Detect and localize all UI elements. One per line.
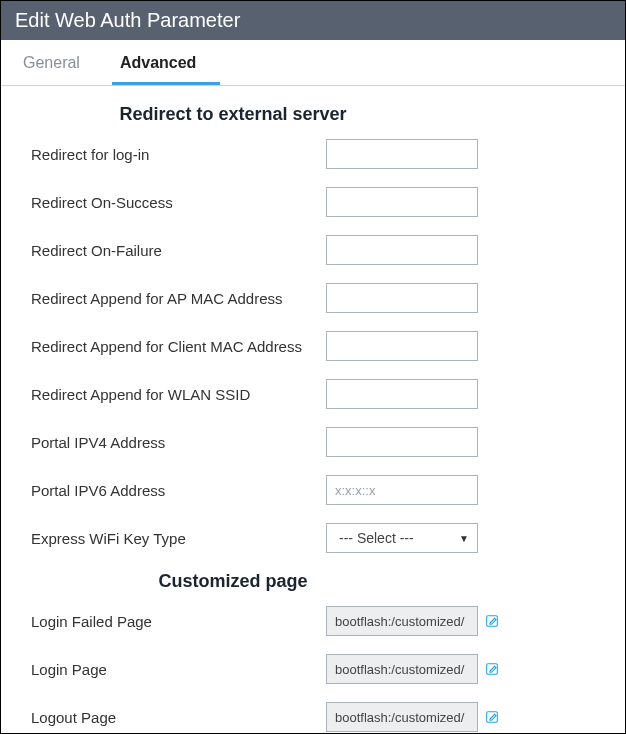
input-redirect-ap-mac[interactable] [326, 283, 478, 313]
tab-advanced[interactable]: Advanced [112, 42, 220, 85]
label-redirect-wlan-ssid: Redirect Append for WLAN SSID [1, 386, 326, 403]
label-portal-ipv6: Portal IPV6 Address [1, 482, 326, 499]
label-express-wifi: Express WiFi Key Type [1, 530, 326, 547]
label-login-page: Login Page [1, 661, 326, 678]
label-logout-page: Logout Page [1, 709, 326, 726]
label-login-failed-page: Login Failed Page [1, 613, 326, 630]
section-heading-redirect: Redirect to external server [1, 104, 605, 125]
select-express-wifi-value: --- Select --- [339, 530, 414, 546]
input-redirect-client-mac[interactable] [326, 331, 478, 361]
label-redirect-ap-mac: Redirect Append for AP MAC Address [1, 290, 326, 307]
label-redirect-failure: Redirect On-Failure [1, 242, 326, 259]
label-portal-ipv4: Portal IPV4 Address [1, 434, 326, 451]
edit-icon[interactable] [484, 661, 500, 677]
tab-bar: General Advanced [1, 42, 625, 86]
input-redirect-wlan-ssid[interactable] [326, 379, 478, 409]
input-portal-ipv4[interactable] [326, 427, 478, 457]
edit-icon[interactable] [484, 709, 500, 725]
label-redirect-client-mac: Redirect Append for Client MAC Address [1, 338, 326, 355]
input-login-page: bootflash:/customized/ [326, 654, 478, 684]
input-login-failed-page: bootflash:/customized/ [326, 606, 478, 636]
input-redirect-login[interactable] [326, 139, 478, 169]
edit-icon[interactable] [484, 613, 500, 629]
form-area: Redirect to external server Redirect for… [1, 104, 625, 734]
label-redirect-login: Redirect for log-in [1, 146, 326, 163]
chevron-down-icon: ▼ [459, 533, 469, 544]
input-portal-ipv6[interactable] [326, 475, 478, 505]
label-redirect-success: Redirect On-Success [1, 194, 326, 211]
select-express-wifi[interactable]: --- Select --- ▼ [326, 523, 478, 553]
input-redirect-success[interactable] [326, 187, 478, 217]
section-heading-customized: Customized page [1, 571, 605, 592]
tab-general[interactable]: General [15, 42, 104, 85]
input-redirect-failure[interactable] [326, 235, 478, 265]
input-logout-page: bootflash:/customized/ [326, 702, 478, 732]
window-title: Edit Web Auth Parameter [1, 1, 625, 40]
